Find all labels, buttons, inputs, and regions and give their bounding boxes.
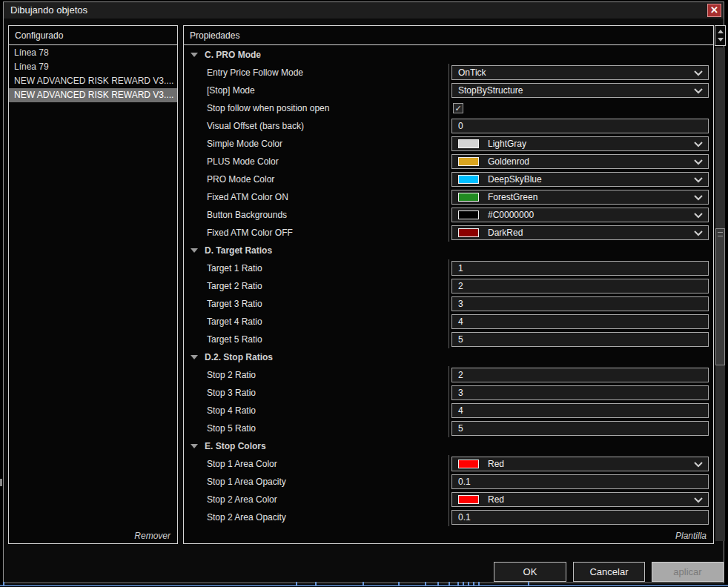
axis-tick	[398, 582, 400, 586]
axis-tick	[296, 582, 297, 586]
property-checkbox[interactable]: ✓	[453, 103, 463, 113]
list-item[interactable]: Línea 78	[9, 46, 177, 60]
chevron-down-icon	[694, 70, 703, 76]
color-swatch-icon	[458, 460, 479, 468]
axis-tick	[363, 582, 364, 586]
color-dropdown[interactable]: LightGray	[451, 136, 709, 151]
collapse-arrow-icon[interactable]	[191, 355, 198, 359]
property-label: Fixed ATM Color ON	[184, 188, 449, 206]
property-input[interactable]: 3	[451, 385, 709, 400]
dropdown-value: OnTick	[458, 67, 486, 78]
color-dropdown[interactable]: #C0000000	[451, 208, 709, 222]
input-value: 0.1	[458, 477, 471, 487]
scrollbar-arrows[interactable]	[715, 25, 726, 46]
list-item[interactable]: NEW ADVANCED RISK REWARD V3....	[9, 74, 177, 88]
property-input[interactable]: 1	[451, 261, 709, 276]
axis-tick	[315, 582, 317, 586]
property-value-cell: 5	[449, 419, 713, 437]
configured-panel: Configurado Línea 78Línea 79NEW ADVANCED…	[8, 25, 178, 544]
background-chart-axis	[0, 585, 728, 586]
property-input[interactable]: 0	[451, 119, 709, 133]
property-dropdown[interactable]: OnTick	[451, 65, 709, 80]
dropdown-value: StopByStructure	[458, 85, 523, 96]
property-label: PLUS Mode Color	[184, 153, 449, 170]
property-input[interactable]: 0.1	[451, 474, 709, 489]
input-value: 1	[458, 263, 463, 273]
property-input[interactable]: 5	[451, 332, 709, 347]
color-swatch-icon	[458, 157, 479, 166]
cancel-button[interactable]: Cancelar	[573, 562, 645, 582]
close-icon[interactable]: ✕	[707, 4, 721, 17]
dropdown-value: LightGray	[488, 139, 526, 149]
chevron-down-icon	[694, 213, 703, 219]
property-dropdown[interactable]: StopByStructure	[451, 83, 709, 98]
color-dropdown[interactable]: Goldenrod	[451, 154, 709, 169]
property-label: Button Backgrounds	[184, 206, 449, 224]
section-row: E. Stop Colors	[184, 437, 713, 455]
scrollbar-track[interactable]	[715, 47, 725, 541]
scrollbar-thumb[interactable]	[715, 228, 725, 365]
input-value: 4	[458, 316, 463, 327]
property-label: Stop follow when position open	[184, 99, 449, 117]
property-input[interactable]: 4	[451, 403, 709, 418]
list-item[interactable]: NEW ADVANCED RISK REWARD V3....	[9, 88, 177, 102]
property-input[interactable]: 4	[451, 314, 709, 329]
input-value: 4	[458, 405, 463, 416]
property-row: Visual Offset (bars back)0	[184, 117, 713, 135]
property-value-cell: #C0000000	[449, 206, 713, 224]
color-swatch-icon	[458, 228, 479, 237]
property-input[interactable]: 3	[451, 296, 709, 311]
collapse-arrow-icon[interactable]	[191, 248, 198, 253]
axis-tick	[463, 582, 464, 586]
property-input[interactable]: 2	[451, 368, 709, 382]
property-input[interactable]: 5	[451, 421, 709, 436]
color-swatch-icon	[458, 495, 479, 504]
apply-button[interactable]: aplicar	[652, 562, 724, 582]
template-link[interactable]: Plantilla	[675, 531, 707, 541]
color-dropdown[interactable]: DeepSkyBlue	[451, 172, 709, 187]
chevron-down-icon	[694, 159, 703, 165]
ok-button[interactable]: OK	[494, 562, 566, 582]
chevron-down-icon	[694, 177, 703, 183]
property-row: Button Backgrounds#C0000000	[184, 206, 713, 224]
scroll-down-icon[interactable]	[718, 38, 724, 42]
property-row: Stop 2 Ratio2	[184, 366, 713, 384]
dropdown-value: ForestGreen	[488, 192, 537, 202]
scroll-up-icon[interactable]	[718, 30, 724, 33]
color-swatch-icon	[458, 175, 479, 184]
color-dropdown[interactable]: Red	[451, 492, 709, 507]
axis-tick	[3, 582, 4, 586]
list-item[interactable]: Línea 79	[9, 60, 177, 74]
color-dropdown[interactable]: DarkRed	[451, 225, 709, 240]
property-grid: C. PRO ModeEntry Price Follow ModeOnTick…	[184, 46, 713, 526]
title-bar: Dibujando objetos ✕	[4, 2, 724, 19]
drawing-objects-dialog: Dibujando objetos ✕ Configurado Línea 78…	[3, 1, 724, 583]
property-value-cell: Red	[449, 491, 713, 508]
property-label: Stop 1 Area Opacity	[184, 473, 449, 491]
chevron-down-icon	[694, 88, 703, 94]
color-dropdown[interactable]: ForestGreen	[451, 190, 709, 205]
property-input[interactable]: 2	[451, 279, 709, 294]
color-dropdown[interactable]: Red	[451, 457, 709, 471]
property-input[interactable]: 0.1	[451, 510, 709, 525]
property-value-cell: DeepSkyBlue	[449, 170, 713, 188]
section-row: C. PRO Mode	[184, 46, 713, 64]
property-label: Entry Price Follow Mode	[184, 64, 449, 82]
collapse-arrow-icon[interactable]	[191, 444, 198, 448]
chevron-down-icon	[694, 462, 703, 468]
property-value-cell: 0.1	[449, 473, 713, 491]
dropdown-value: Red	[488, 459, 504, 469]
input-value: 3	[458, 299, 463, 309]
property-row: Stop 1 Area Opacity0.1	[184, 473, 713, 491]
dropdown-value: Red	[488, 494, 504, 505]
property-label: Fixed ATM Color OFF	[184, 224, 449, 242]
property-label: Stop 3 Ratio	[184, 384, 449, 402]
dropdown-value: Goldenrod	[488, 156, 529, 167]
property-label: Target 2 Ratio	[184, 277, 449, 295]
property-label: Stop 2 Ratio	[184, 366, 449, 384]
collapse-arrow-icon[interactable]	[191, 53, 198, 57]
property-label: Visual Offset (bars back)	[184, 117, 449, 135]
property-row: Stop 3 Ratio3	[184, 384, 713, 402]
remove-link[interactable]: Remover	[134, 531, 171, 541]
axis-tick	[473, 582, 474, 586]
